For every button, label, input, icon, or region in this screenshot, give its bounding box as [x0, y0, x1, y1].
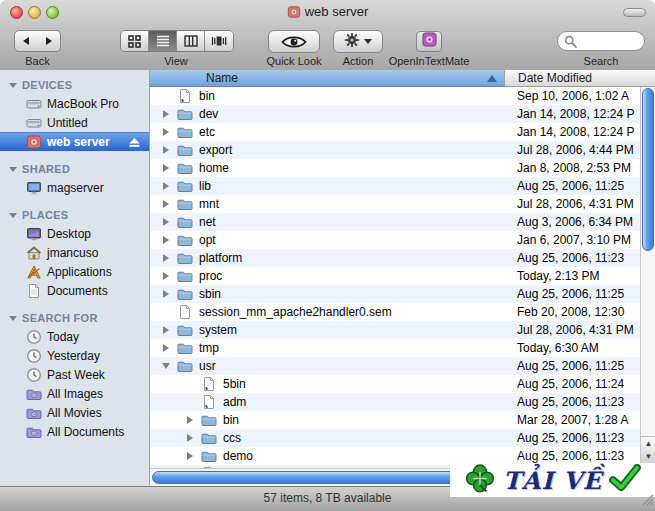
file-date-modified: Aug 25, 2006, 11:25	[517, 357, 624, 375]
list-row[interactable]: devJan 14, 2008, 12:24 P	[150, 105, 655, 123]
file-date-modified: Aug 3, 2006, 6:34 PM	[517, 213, 633, 231]
sidebar-item-label: Documents	[47, 284, 108, 298]
list-row[interactable]: netAug 3, 2006, 6:34 PM	[150, 213, 655, 231]
disclosure-triangle-collapsed[interactable]	[160, 324, 172, 336]
list-row[interactable]: session_mm_apache2handler0.semFeb 20, 20…	[150, 303, 655, 321]
list-row[interactable]: tmpToday, 6:30 AM	[150, 339, 655, 357]
search-input[interactable]	[577, 35, 645, 47]
coverflow-view-button[interactable]	[205, 31, 233, 51]
disclosure-triangle-collapsed[interactable]	[160, 108, 172, 120]
action-button[interactable]	[333, 30, 383, 53]
scroll-down-arrow[interactable]: ▼	[641, 450, 655, 463]
disclosure-triangle-collapsed[interactable]	[160, 126, 172, 138]
sidebar-item-web-server[interactable]: web server	[0, 132, 149, 151]
window-title-text: web server	[305, 4, 369, 19]
disclosure-triangle-collapsed[interactable]	[160, 288, 172, 300]
list-row[interactable]: admAug 25, 2006, 11:23	[150, 393, 655, 411]
disclosure-triangle-collapsed[interactable]	[184, 450, 196, 462]
folder-icon	[201, 430, 217, 446]
sidebar-section-header: SEARCH FOR	[0, 309, 149, 327]
disclosure-triangle-collapsed[interactable]	[160, 252, 172, 264]
sidebar-item-documents[interactable]: Documents	[0, 281, 149, 300]
folder-icon	[201, 412, 217, 428]
disclosure-triangle-collapsed[interactable]	[184, 414, 196, 426]
alias-file-icon	[201, 394, 217, 410]
file-date-modified: Jul 28, 2006, 4:31 PM	[517, 321, 634, 339]
sidebar-item-jmancuso[interactable]: jmancuso	[0, 243, 149, 262]
sidebar-item-label: All Documents	[47, 425, 124, 439]
disclosure-triangle-collapsed[interactable]	[160, 270, 172, 282]
sidebar-item-untitled[interactable]: Untitled	[0, 113, 149, 132]
sidebar-item-past-week[interactable]: Past Week	[0, 365, 149, 384]
list-row[interactable]: ccsAug 25, 2006, 11:23	[150, 429, 655, 447]
sidebar-item-label: MacBook Pro	[47, 97, 119, 111]
red-disk-icon	[26, 134, 42, 150]
list-row[interactable]: platformAug 25, 2006, 11:23	[150, 249, 655, 267]
column-view-button[interactable]	[177, 31, 205, 51]
sidebar-item-label: Untitled	[47, 116, 88, 130]
sidebar-section: SHAREDmagserver	[0, 160, 149, 197]
disclosure-triangle-collapsed[interactable]	[160, 234, 172, 246]
disclosure-triangle-collapsed[interactable]	[184, 432, 196, 444]
vertical-scrollbar-thumb[interactable]	[642, 88, 654, 251]
sidebar-item-today[interactable]: Today	[0, 327, 149, 346]
folder-icon	[177, 142, 193, 158]
sidebar-section: PLACESDesktopjmancusoApplicationsDocumen…	[0, 206, 149, 300]
list-row[interactable]: libAug 25, 2006, 11:25	[150, 177, 655, 195]
folder-icon	[177, 106, 193, 122]
eject-icon[interactable]	[128, 137, 141, 151]
toolbar-toggle-pill[interactable]	[623, 8, 646, 17]
column-header-date-modified[interactable]: Date Modified	[505, 70, 655, 87]
list-row[interactable]: usrAug 25, 2006, 11:25	[150, 357, 655, 375]
search-label: Search	[557, 55, 645, 67]
sidebar-item-magserver[interactable]: magserver	[0, 178, 149, 197]
disclosure-triangle-collapsed[interactable]	[160, 180, 172, 192]
sidebar-item-all-movies[interactable]: All Movies	[0, 403, 149, 422]
back-button[interactable]	[14, 30, 38, 52]
file-name: session_mm_apache2handler0.sem	[199, 303, 392, 321]
file-name: dev	[199, 105, 218, 123]
sidebar-item-macbook-pro[interactable]: MacBook Pro	[0, 94, 149, 113]
quick-look-button[interactable]	[268, 30, 320, 53]
file-date-modified: Aug 25, 2006, 11:24	[517, 375, 624, 393]
scroll-up-arrow[interactable]: ▲	[641, 437, 655, 450]
disclosure-triangle-icon	[9, 213, 17, 218]
disclosure-triangle-collapsed[interactable]	[160, 162, 172, 174]
resize-grip[interactable]	[641, 492, 654, 510]
forward-button[interactable]	[37, 30, 61, 52]
vertical-scrollbar[interactable]: ▲ ▼	[640, 87, 655, 468]
icon-view-button[interactable]	[121, 31, 149, 51]
list-rows: binSep 10, 2006, 1:02 AdevJan 14, 2008, …	[150, 87, 655, 468]
list-row[interactable]: systemJul 28, 2006, 4:31 PM	[150, 321, 655, 339]
list-row[interactable]: mntJul 28, 2006, 4:31 PM	[150, 195, 655, 213]
list-row[interactable]: binSep 10, 2006, 1:02 A	[150, 87, 655, 105]
sidebar-item-desktop[interactable]: Desktop	[0, 224, 149, 243]
list-row[interactable]: binMar 28, 2007, 1:28 A	[150, 411, 655, 429]
disclosure-triangle-icon	[9, 316, 17, 321]
sidebar-item-applications[interactable]: Applications	[0, 262, 149, 281]
disclosure-triangle-collapsed[interactable]	[160, 216, 172, 228]
sidebar-section-title: PLACES	[22, 209, 68, 221]
sort-ascending-icon	[487, 75, 497, 82]
open-in-textmate-button[interactable]	[416, 31, 442, 52]
disclosure-triangle-collapsed[interactable]	[160, 144, 172, 156]
sidebar-item-all-documents[interactable]: All Documents	[0, 422, 149, 441]
list-row[interactable]: sbinAug 25, 2006, 11:25	[150, 285, 655, 303]
file-name: ccs	[223, 429, 241, 447]
disclosure-triangle-collapsed[interactable]	[160, 342, 172, 354]
column-header-name[interactable]: Name	[150, 70, 505, 87]
list-row[interactable]: etcJan 14, 2008, 12:24 P	[150, 123, 655, 141]
list-row[interactable]: homeJan 8, 2008, 2:53 PM	[150, 159, 655, 177]
list-view-button[interactable]	[149, 31, 177, 51]
sidebar-item-yesterday[interactable]: Yesterday	[0, 346, 149, 365]
file-date-modified: Today, 2:13 PM	[517, 267, 600, 285]
status-text: 57 items, 8 TB available	[264, 491, 392, 505]
disclosure-triangle-expanded[interactable]	[160, 360, 172, 372]
list-row[interactable]: procToday, 2:13 PM	[150, 267, 655, 285]
sidebar-item-all-images[interactable]: All Images	[0, 384, 149, 403]
list-row[interactable]: exportJul 28, 2006, 4:44 PM	[150, 141, 655, 159]
list-row[interactable]: optJan 6, 2007, 3:10 PM	[150, 231, 655, 249]
sidebar-section-title: SHARED	[22, 163, 70, 175]
disclosure-triangle-collapsed[interactable]	[160, 198, 172, 210]
list-row[interactable]: 5binAug 25, 2006, 11:24	[150, 375, 655, 393]
